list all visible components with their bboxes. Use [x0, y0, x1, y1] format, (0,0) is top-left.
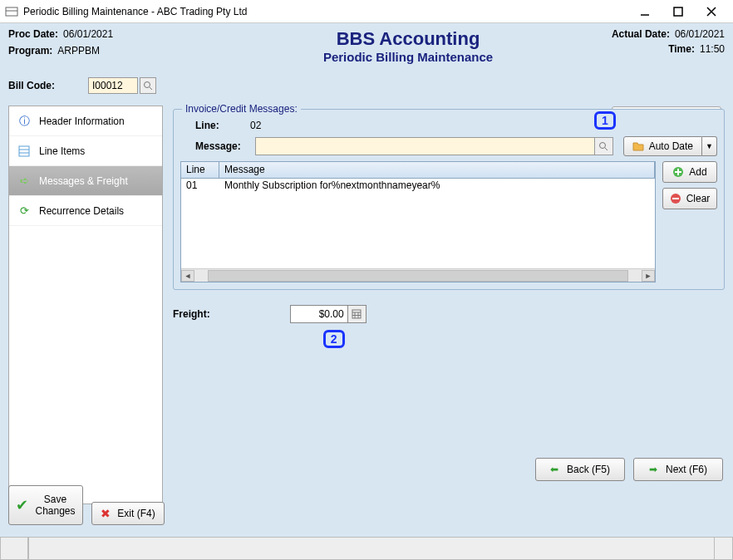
minimize-button[interactable] [628, 2, 662, 21]
calculator-icon [352, 309, 362, 319]
auto-date-button[interactable]: Auto Date [623, 136, 702, 156]
actual-date-value: 06/01/2021 [675, 28, 725, 40]
scroll-track[interactable] [208, 270, 628, 282]
callout-1: 1 [594, 111, 616, 130]
status-resize-grip[interactable] [715, 538, 733, 560]
save-label: SaveChanges [35, 494, 75, 518]
col-line: Line [181, 162, 219, 178]
brand-subtitle: Periodic Billing Maintenance [224, 50, 592, 64]
cell-line: 01 [181, 179, 219, 194]
check-icon: ✔ [16, 496, 28, 514]
message-input[interactable] [255, 137, 595, 155]
refresh-icon: ⟳ [17, 204, 31, 218]
messages-grid[interactable]: Line Message 01 Monthly Subscription for… [180, 161, 656, 282]
arrow-icon: ➪ [17, 174, 31, 188]
auto-date-dropdown[interactable]: ▼ [702, 136, 717, 156]
status-cell-1 [0, 538, 28, 560]
line-label: Line: [195, 120, 245, 131]
auto-date-label: Auto Date [649, 140, 693, 152]
proc-date-label: Proc Date: [8, 28, 58, 40]
exit-label: Exit (F4) [117, 508, 155, 519]
svg-rect-1 [674, 7, 682, 16]
sidebar-item-line-items[interactable]: Line Items [9, 136, 162, 166]
svg-point-2 [145, 82, 150, 88]
callout-2: 2 [323, 330, 345, 348]
list-icon [17, 145, 31, 158]
message-label: Message: [195, 140, 250, 152]
clear-label: Clear [686, 193, 711, 204]
scroll-right-icon[interactable]: ► [642, 270, 655, 282]
svg-point-5 [600, 143, 606, 149]
maximize-button[interactable] [662, 2, 695, 21]
bill-code-input[interactable] [88, 77, 138, 94]
folder-icon [632, 141, 644, 151]
freight-input[interactable] [290, 305, 348, 323]
clear-button[interactable]: Clear [662, 188, 717, 209]
col-message: Message [219, 162, 655, 178]
minus-icon [670, 193, 681, 204]
back-label: Back (F5) [567, 464, 610, 475]
time-value: 11:50 [700, 43, 725, 55]
sidebar-item-label: Header Information [39, 115, 125, 127]
messages-legend: Invoice/Credit Messages: [182, 103, 301, 115]
sidebar-item-label: Recurrence Details [39, 205, 124, 217]
program-label: Program: [8, 45, 52, 56]
actual-date-label: Actual Date: [612, 28, 670, 40]
exit-button[interactable]: ✖ Exit (F4) [91, 502, 165, 525]
app-icon [5, 5, 18, 18]
time-label: Time: [668, 43, 695, 55]
bill-code-lookup-button[interactable] [140, 77, 156, 94]
sidebar-item-recurrence-details[interactable]: ⟳ Recurrence Details [9, 196, 162, 226]
sidebar-item-header-information[interactable]: ⓘ Header Information [9, 106, 162, 136]
search-icon [143, 81, 153, 91]
message-lookup-button[interactable] [595, 137, 613, 155]
table-row[interactable]: 01 Monthly Subscription for%nextmonthnam… [181, 179, 655, 194]
next-label: Next (F6) [666, 464, 707, 475]
cell-message: Monthly Subscription for%nextmonthnameye… [219, 179, 655, 194]
brand-title: BBS Accounting [224, 28, 592, 50]
messages-fieldset: Invoice/Credit Messages: Line: 02 Messag… [173, 109, 725, 290]
program-value: ARPPBM [57, 45, 100, 56]
line-value: 02 [250, 120, 261, 131]
sidebar: ⓘ Header Information Line Items ➪ Messag… [8, 106, 163, 504]
freight-label: Freight: [173, 308, 210, 320]
bill-code-label: Bill Code: [8, 80, 55, 91]
svg-rect-8 [352, 310, 361, 318]
arrow-left-icon: ⬅ [550, 464, 558, 475]
horizontal-scrollbar[interactable]: ◄ ► [181, 268, 655, 282]
x-icon: ✖ [101, 507, 111, 520]
sidebar-item-label: Messages & Freight [39, 175, 128, 187]
info-icon: ⓘ [17, 115, 31, 128]
sidebar-item-label: Line Items [39, 145, 85, 157]
add-button[interactable]: Add [662, 161, 717, 183]
svg-rect-4 [19, 146, 29, 156]
close-button[interactable] [695, 2, 728, 21]
scroll-left-icon[interactable]: ◄ [181, 270, 194, 282]
add-label: Add [689, 166, 706, 178]
window-title: Periodic Billing Maintenance - ABC Tradi… [23, 6, 628, 17]
save-changes-button[interactable]: ✔ SaveChanges [8, 485, 83, 525]
status-cell-2 [28, 538, 715, 560]
arrow-right-icon: ➡ [649, 464, 657, 475]
chevron-down-icon: ▼ [706, 142, 713, 150]
sidebar-item-messages-freight[interactable]: ➪ Messages & Freight [9, 166, 162, 196]
freight-calculator-button[interactable] [348, 305, 366, 323]
search-icon [598, 141, 608, 151]
title-bar: Periodic Billing Maintenance - ABC Tradi… [0, 0, 733, 23]
back-button[interactable]: ⬅ Back (F5) [535, 458, 625, 481]
proc-date-value: 06/01/2021 [63, 28, 113, 40]
grid-header: Line Message [181, 162, 655, 179]
svg-rect-0 [6, 7, 17, 16]
next-button[interactable]: ➡ Next (F6) [633, 458, 723, 481]
plus-icon [672, 166, 684, 178]
status-bar [0, 537, 733, 560]
